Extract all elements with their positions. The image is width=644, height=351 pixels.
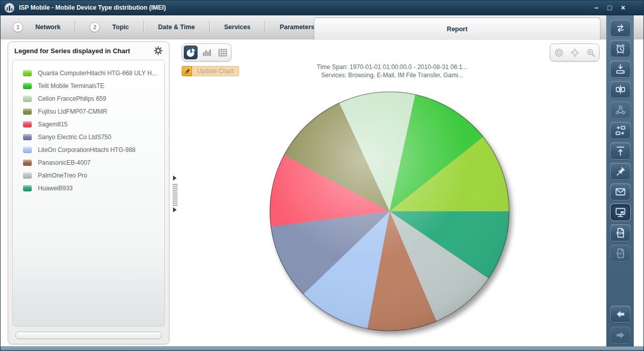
legend-item-label: Fujitsu LtdFMP07-CMMR: [38, 108, 107, 115]
gear-icon[interactable]: [153, 45, 164, 56]
chart-type-toolbar: [182, 43, 231, 61]
doc-format-label: PDF: [611, 231, 630, 235]
app-logo-chart-icon: [5, 3, 14, 13]
legend-item-label: PalmOneTreo Pro: [38, 172, 87, 179]
upload-button[interactable]: [610, 142, 631, 160]
step-1-badge: 1: [13, 22, 23, 32]
maximize-button[interactable]: □: [606, 4, 614, 12]
download-icon: [614, 63, 627, 75]
legend-item[interactable]: Sanyo Electric Co LtdS750: [23, 130, 164, 143]
legend-item-label: LiteOn CorporationHitachi HTG-988: [38, 146, 136, 153]
bullseye-icon[interactable]: [552, 46, 566, 59]
legend-swatch: [23, 172, 32, 179]
tab-separator: [265, 21, 265, 33]
legend-swatch: [23, 96, 32, 102]
doc-format-label: CSV: [611, 252, 630, 255]
display-report-button[interactable]: [610, 204, 631, 221]
legend-panel: Legend for Series displayed in Chart Qua…: [8, 41, 169, 344]
email-report-button[interactable]: [610, 183, 631, 201]
legend-swatch: [23, 83, 32, 89]
tab-date-time[interactable]: Date & Time: [158, 24, 195, 31]
right-sidebar: PDFCSV: [606, 15, 634, 346]
legend-item[interactable]: Sagem815: [23, 118, 164, 130]
export-pdf-button[interactable]: PDF: [610, 224, 631, 242]
tab-services[interactable]: Services: [224, 24, 250, 31]
splitter-expand-right-icon[interactable]: [173, 207, 177, 212]
tab-network[interactable]: Network: [35, 24, 60, 31]
save-button[interactable]: [610, 60, 631, 78]
tab-report-label: Report: [447, 26, 467, 33]
legend-panel-title: Legend for Series displayed in Chart: [14, 47, 130, 55]
tab-report-active[interactable]: Report: [314, 17, 600, 40]
transfer-icon: [614, 22, 627, 34]
window-title: ISP Mobile - Mobile Device Type distribu…: [19, 4, 166, 11]
legend-item[interactable]: Quanta ComputerHitachi HTG-668 ULY H...: [23, 67, 164, 79]
legend-item[interactable]: PanasonicEB-4007: [23, 156, 164, 169]
legend-item[interactable]: HuaweiB933: [23, 182, 164, 194]
legend-list: Quanta ComputerHitachi HTG-668 ULY H...T…: [12, 60, 165, 326]
minimize-button[interactable]: –: [592, 4, 600, 12]
back-icon: [614, 308, 627, 320]
legend-item[interactable]: LiteOn CorporationHitachi HTG-988: [23, 143, 164, 156]
legend-swatch: [23, 185, 32, 191]
figure-number-strip: 281528: [634, 54, 644, 351]
legend-item[interactable]: Telit Mobile TerminalsTE: [23, 79, 164, 92]
legend-horizontal-scrollbar[interactable]: [15, 332, 162, 339]
arrange-windows-button[interactable]: [610, 122, 631, 139]
legend-swatch: [23, 160, 32, 166]
legend-swatch: [23, 134, 32, 140]
legend-item-label: Telit Mobile TerminalsTE: [38, 82, 104, 90]
step-2-badge: 2: [90, 22, 100, 32]
content-area: Legend for Series displayed in Chart Qua…: [1, 39, 644, 346]
bottom-status-bar: [1, 346, 644, 351]
pin-button[interactable]: [610, 163, 631, 180]
forward-button[interactable]: [610, 326, 631, 344]
pie-chart: [256, 78, 523, 344]
chart-zoom-toolbar: [550, 43, 599, 61]
tab-topic[interactable]: Topic: [112, 24, 128, 31]
legend-swatch: [23, 147, 32, 153]
legend-item-label: Cellon FrancePhilips 659: [38, 95, 106, 102]
tab-separator: [209, 21, 210, 33]
legend-item-label: HuaweiB933: [38, 185, 73, 192]
chart-area: Update Chart Time Span: 1970-01-01 01:00…: [178, 39, 606, 346]
export-csv-button[interactable]: CSV: [610, 245, 631, 262]
crosshair-icon[interactable]: [568, 46, 582, 59]
splitter-expand-right-icon[interactable]: [173, 175, 177, 181]
zoom-in-icon[interactable]: [584, 46, 597, 59]
tab-parameters[interactable]: Parameters: [280, 24, 314, 31]
bar-chart-view-button[interactable]: [200, 46, 213, 59]
legend-panel-header: Legend for Series displayed in Chart: [14, 42, 164, 59]
update-chart-button[interactable]: Update Chart: [182, 66, 239, 76]
share-button[interactable]: [610, 101, 631, 119]
legend-item[interactable]: Cellon FrancePhilips 659: [23, 92, 164, 105]
tab-separator: [75, 21, 75, 33]
pushpin-icon: [182, 66, 192, 76]
legend-item-label: Sanyo Electric Co LtdS750: [38, 134, 111, 141]
tile-icon: [614, 124, 627, 137]
wizard-tab-bar: 1 Network 2 Topic Date & Time Services P…: [1, 15, 644, 39]
legend-swatch: [23, 70, 32, 76]
table-view-button[interactable]: [216, 46, 229, 59]
close-button[interactable]: ×: [619, 4, 627, 12]
legend-swatch: [23, 121, 32, 127]
pin-icon: [614, 165, 627, 178]
transfer-button[interactable]: [610, 19, 631, 37]
legend-item[interactable]: Fujitsu LtdFMP07-CMMR: [23, 105, 164, 118]
splitter-grip[interactable]: [173, 184, 178, 206]
tab-separator: [143, 21, 144, 33]
display-icon: [614, 206, 627, 218]
share-icon: [614, 104, 627, 116]
legend-item-label: PanasonicEB-4007: [38, 159, 91, 166]
chart-header-timespan: Time Span: 1970-01-01 01:00:00.0 - 2010-…: [259, 63, 525, 71]
split-view-button[interactable]: [610, 81, 631, 98]
pie-chart-view-button[interactable]: [184, 46, 198, 59]
schedule-button[interactable]: [610, 40, 631, 57]
legend-item[interactable]: PalmOneTreo Pro: [23, 169, 164, 182]
legend-swatch: [23, 108, 32, 115]
forward-icon: [614, 329, 627, 341]
email-icon: [614, 186, 627, 198]
alarm-icon: [614, 42, 627, 55]
split-icon: [614, 83, 627, 96]
back-button[interactable]: [610, 305, 631, 323]
